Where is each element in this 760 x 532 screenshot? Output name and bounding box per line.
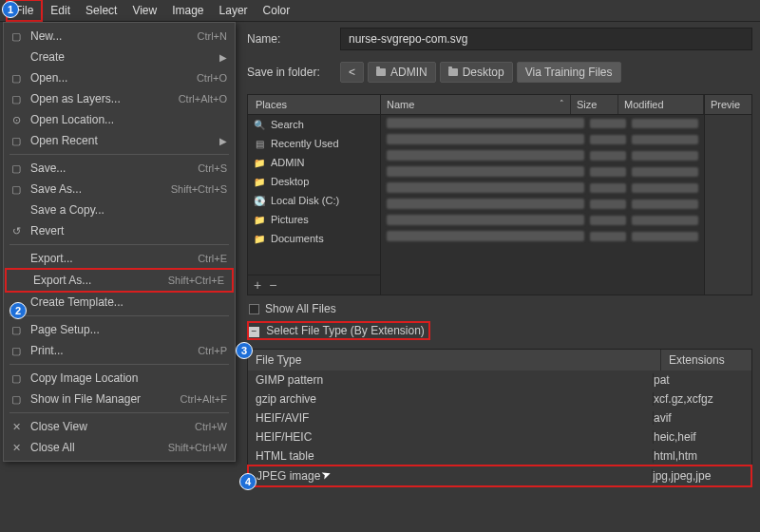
menu-item-label: New... [30, 29, 198, 43]
menu-item-create-template[interactable]: Create Template... [4, 292, 235, 313]
menu-shortcut: Ctrl+Alt+F [180, 393, 227, 405]
menu-item-icon: ✕ [10, 442, 23, 454]
file-type-ext: heic,heif [654, 430, 744, 444]
file-type-row[interactable]: HEIF/HEICheic,heif [248, 428, 751, 446]
places-remove-button[interactable]: − [269, 277, 276, 293]
menu-item-save[interactable]: ▢Save...Ctrl+S [4, 158, 235, 179]
breadcrumb-current[interactable]: Via Training Files [517, 62, 621, 83]
menubar: File Edit Select View Image Layer Color [0, 0, 760, 22]
file-type-row[interactable]: HEIF/AVIFavif [248, 408, 751, 428]
show-all-checkbox[interactable] [249, 304, 259, 314]
menu-item-close-view[interactable]: ✕Close ViewCtrl+W [4, 416, 235, 437]
place-item[interactable]: 📁Pictures [248, 210, 380, 229]
menu-layer[interactable]: Layer [212, 1, 256, 20]
file-type-row[interactable]: GIMP patternpat [248, 370, 751, 390]
sort-asc-icon: ˄ [560, 99, 564, 108]
menu-item-copy-image-location[interactable]: ▢Copy Image Location [4, 368, 235, 389]
menu-item-create[interactable]: Create▶ [4, 47, 235, 67]
menu-item-open-as-layers[interactable]: ▢Open as Layers...Ctrl+Alt+O [4, 88, 235, 109]
place-item[interactable]: 🔍Search [248, 115, 380, 134]
place-icon: 📁 [254, 234, 265, 244]
menu-item-label: Page Setup... [30, 323, 227, 336]
menu-item-label: Open... [30, 71, 197, 85]
menu-select[interactable]: Select [78, 1, 124, 20]
file-type-name: HEIF/HEIC [256, 430, 654, 444]
menu-item-open-location[interactable]: ⊙Open Location... [4, 109, 235, 130]
menu-view[interactable]: View [124, 1, 164, 20]
file-row[interactable] [381, 196, 704, 212]
menu-item-page-setup[interactable]: ▢Page Setup... [4, 319, 235, 340]
menu-item-open[interactable]: ▢Open...Ctrl+O [4, 67, 235, 88]
file-row[interactable] [381, 163, 704, 180]
menu-edit[interactable]: Edit [43, 1, 78, 20]
menu-item-label: Create Template... [30, 295, 227, 309]
file-row[interactable] [381, 115, 704, 131]
menu-item-label: Export... [30, 252, 198, 265]
file-type-row[interactable]: JPEG image➤jpg,jpeg,jpe [247, 465, 752, 487]
menu-shortcut: Ctrl+O [197, 72, 227, 84]
menu-item-label: Save As... [30, 182, 171, 196]
chevron-right-icon: ▶ [219, 52, 227, 63]
file-menu-dropdown: ▢New...Ctrl+NCreate▶▢Open...Ctrl+O▢Open … [3, 22, 236, 462]
place-label: Desktop [271, 176, 309, 187]
place-item[interactable]: 📁Desktop [248, 172, 380, 191]
menu-image[interactable]: Image [164, 1, 211, 20]
select-file-type-label[interactable]: Select File Type (By Extension) [266, 324, 425, 337]
extensions-col[interactable]: Extensions [661, 350, 751, 370]
menu-item-save-a-copy[interactable]: Save a Copy... [4, 200, 235, 220]
place-item[interactable]: 📁ADMIN [248, 153, 380, 172]
file-type-row[interactable]: HTML tablehtml,htm [248, 446, 751, 466]
breadcrumb-back[interactable]: < [340, 62, 364, 83]
menu-item-label: Copy Image Location [30, 371, 227, 385]
menu-item-export[interactable]: Export...Ctrl+E [4, 248, 235, 269]
menu-item-label: Close View [30, 420, 195, 433]
file-type-ext: pat [654, 373, 744, 387]
menu-item-close-all[interactable]: ✕Close AllShift+Ctrl+W [4, 437, 235, 458]
file-row[interactable] [381, 147, 704, 163]
menu-item-save-as[interactable]: ▢Save As...Shift+Ctrl+S [4, 179, 235, 200]
places-panel: Places 🔍Search▤Recently Used📁ADMIN📁Deskt… [248, 95, 381, 294]
menu-item-export-as[interactable]: Export As...Shift+Ctrl+E [5, 268, 234, 293]
file-row[interactable] [381, 212, 704, 228]
breadcrumb-desktop[interactable]: Desktop [440, 62, 513, 83]
places-tools: + − [248, 275, 380, 294]
filename-input[interactable] [340, 28, 752, 50]
breadcrumb-admin[interactable]: ADMIN [368, 62, 436, 83]
cursor-icon: ➤ [319, 467, 332, 484]
place-label: Documents [271, 233, 324, 244]
menu-item-icon: ▢ [10, 162, 23, 175]
place-label: Recently Used [271, 138, 339, 149]
menu-item-open-recent[interactable]: ▢Open Recent▶ [4, 130, 235, 151]
col-size[interactable]: Size [571, 95, 618, 114]
col-name[interactable]: Name˄ [381, 95, 571, 114]
file-row[interactable] [381, 131, 704, 147]
place-label: Search [271, 119, 304, 130]
menu-color[interactable]: Color [256, 1, 298, 20]
places-add-button[interactable]: + [254, 277, 261, 293]
place-icon: 📁 [254, 158, 265, 168]
show-all-label: Show All Files [265, 302, 336, 315]
place-icon: 📁 [254, 177, 265, 187]
file-list-header: Name˄ Size Modified [381, 95, 704, 115]
menu-item-label: Print... [30, 344, 198, 357]
place-item[interactable]: 📁Documents [248, 229, 380, 248]
menu-item-revert[interactable]: ↺Revert [4, 220, 235, 241]
place-item[interactable]: 💽Local Disk (C:) [248, 191, 380, 210]
menu-item-print[interactable]: ▢Print...Ctrl+P [4, 340, 235, 361]
menu-item-new[interactable]: ▢New...Ctrl+N [4, 26, 235, 47]
place-label: Local Disk (C:) [271, 195, 339, 206]
menu-item-show-in-file-manager[interactable]: ▢Show in File ManagerCtrl+Alt+F [4, 389, 235, 409]
preview-header: Previe [705, 95, 751, 115]
place-icon: ▤ [254, 139, 265, 149]
menu-shortcut: Ctrl+P [198, 345, 227, 356]
col-modified[interactable]: Modified [618, 95, 704, 114]
breadcrumb: < ADMIN Desktop Via Training Files [340, 62, 621, 83]
place-item[interactable]: ▤Recently Used [248, 134, 380, 153]
file-row[interactable] [381, 228, 704, 244]
file-type-row[interactable]: gzip archivexcf.gz,xcfgz [248, 390, 751, 408]
save-in-folder-label: Save in folder: [247, 66, 332, 79]
file-row[interactable] [381, 180, 704, 196]
folder-icon [448, 68, 458, 76]
collapse-icon[interactable]: − [249, 327, 259, 337]
file-type-col[interactable]: File Type [248, 350, 661, 370]
